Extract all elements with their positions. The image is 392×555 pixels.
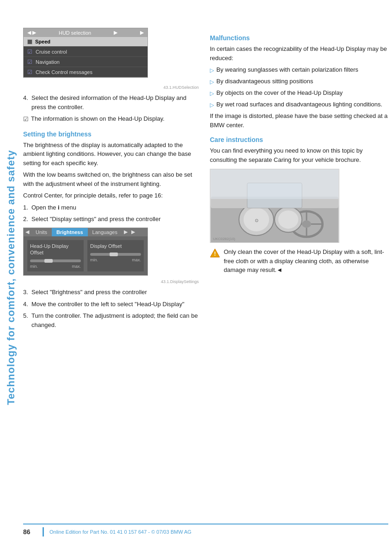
bullet-text-3: By objects on the cover of the Head-Up D…	[216, 88, 343, 98]
setting-brightness-heading: Setting the brightness	[23, 130, 199, 138]
slider-display-thumb[interactable]	[110, 253, 118, 256]
bullet-4: ▷ By wet road surfaces and disadvantageo…	[210, 100, 388, 109]
brightness-para-3: Control Center, for principle details, r…	[23, 191, 199, 200]
sidebar-label: Technology for comfort, convenience and …	[5, 150, 17, 405]
hud-header-title: HUD selection	[59, 30, 91, 36]
hud-label-cruise: Cruise control	[36, 49, 67, 55]
step-4: 4. Select the desired information of the…	[23, 93, 199, 111]
bullet-arrow-1: ▷	[210, 66, 214, 74]
bullet-1: ▷ By wearing sunglasses with certain pol…	[210, 65, 388, 74]
step-4-num: 4.	[23, 93, 31, 111]
hud-row-cruise: ☑ Cruise control	[24, 47, 147, 57]
right-column: Malfunctions In certain cases the recogn…	[210, 28, 388, 332]
bullet-arrow-3: ▷	[210, 89, 214, 98]
display-body: Head-Up Display Offset min. max. Display…	[24, 236, 147, 276]
display-col-hud: Head-Up Display Offset min. max.	[27, 240, 84, 272]
hud-check-cruise: ☑	[27, 49, 33, 55]
slider-hud-track	[30, 259, 81, 262]
slider-hud-thumb[interactable]	[44, 259, 53, 263]
step-4b: 4. Move the controller to the left to se…	[23, 300, 199, 309]
slider-hud-min: min.	[30, 264, 38, 269]
main-content: ◀ ▶ HUD selection ▶ ▶ Speed ☑ Cruise con…	[23, 28, 388, 527]
tab-menu-icon: ▶	[129, 228, 137, 236]
step-2-num: 2.	[23, 215, 31, 224]
hud-screen-note: 43.1.HUDSelection	[23, 85, 199, 90]
svg-text:⊙: ⊙	[255, 218, 258, 223]
tab-units[interactable]: Units	[31, 228, 52, 236]
hud-header-left-arrow: ◀ ▶	[27, 30, 36, 36]
step-5-text: Turn the controller. The adjustment is a…	[31, 311, 199, 329]
display-screen: ◀ Units Brightness Languages ▶ ▶ Head-Up…	[23, 228, 148, 276]
step-3: 3. Select "Brightness" and press the con…	[23, 288, 199, 297]
bullet-text-1: By wearing sunglasses with certain polar…	[216, 65, 358, 74]
bullet-2: ▷ By disadvantageous sitting positions	[210, 77, 388, 86]
tab-languages[interactable]: Languages	[88, 228, 122, 236]
tab-left-arrow: ◀	[24, 228, 31, 236]
warning-triangle-icon: !	[210, 248, 220, 258]
care-heading: Care instructions	[210, 136, 388, 143]
slider-display-min: min.	[90, 258, 98, 262]
svg-text:!: !	[214, 251, 216, 257]
distorted-text: If the image is distorted, please have t…	[210, 111, 388, 130]
note-text: The information is shown on the Head-Up …	[31, 114, 165, 123]
step-4b-num: 4.	[23, 300, 31, 309]
brightness-para-1: The brightness of the display is automat…	[23, 141, 199, 168]
svg-rect-15	[211, 169, 339, 199]
warning-box: ! Only clean the cover of the Head-Up Di…	[210, 247, 388, 275]
hud-row-speed: Speed	[24, 37, 147, 47]
hud-checkbox-speed	[27, 39, 32, 44]
step-5: 5. Turn the controller. The adjustment i…	[23, 311, 199, 329]
malfunctions-intro: In certain cases the recognizability of …	[210, 44, 388, 62]
bullet-text-2: By disadvantageous sitting positions	[216, 77, 313, 86]
step-1-text: Open the i menu	[31, 203, 76, 212]
left-column: ◀ ▶ HUD selection ▶ ▶ Speed ☑ Cruise con…	[23, 28, 199, 332]
hud-label-navigation: Navigation	[36, 59, 60, 65]
slider-display-track	[90, 253, 141, 256]
checkmark-icon: ☑	[23, 115, 29, 124]
svg-text:UKC0282(10): UKC0282(10)	[213, 237, 236, 241]
svg-point-12	[278, 210, 298, 229]
hud-row-navigation: ☑ Navigation	[24, 57, 147, 67]
brightness-para-2: With the low beams switched on, the brig…	[23, 170, 199, 188]
slider-display-max: max.	[132, 258, 141, 262]
slider-display-labels: min. max.	[90, 258, 141, 262]
step-2-text: Select "Display settings" and press the …	[31, 215, 160, 224]
hud-header-icon: ▶	[140, 30, 144, 36]
footer-info: Online Edition for Part No. 01 41 0 157 …	[49, 529, 191, 535]
tab-right-arrow: ▶	[122, 228, 129, 236]
step-4-text: Select the desired information of the He…	[31, 93, 199, 111]
svg-point-3	[302, 221, 311, 228]
hud-screen: ◀ ▶ HUD selection ▶ ▶ Speed ☑ Cruise con…	[23, 28, 148, 78]
display-col-display: Display Offset min. max.	[87, 240, 144, 272]
display-screen-note: 43.1.DisplaySettings	[23, 279, 199, 284]
step-1: 1. Open the i menu	[23, 203, 199, 212]
slider-hud-max: max.	[72, 264, 81, 269]
hud-screen-header: ◀ ▶ HUD selection ▶ ▶	[24, 28, 147, 37]
slider-hud-labels: min. max.	[30, 264, 81, 269]
bullet-3: ▷ By objects on the cover of the Head-Up…	[210, 88, 388, 98]
sidebar: Technology for comfort, convenience and …	[0, 0, 22, 555]
step-2: 2. Select "Display settings" and press t…	[23, 215, 199, 224]
display-col-hud-title: Head-Up Display Offset	[30, 243, 81, 256]
step-3-text: Select "Brightness" and press the contro…	[31, 288, 147, 297]
tab-brightness[interactable]: Brightness	[52, 228, 87, 236]
hud-check-control: ☑	[27, 69, 33, 75]
hud-label-speed: Speed	[35, 39, 50, 44]
malfunctions-heading: Malfunctions	[210, 34, 388, 42]
hud-row-control: ☑ Check Control messages	[24, 67, 147, 77]
hud-check-navigation: ☑	[27, 59, 33, 65]
step-3-num: 3.	[23, 288, 31, 297]
hud-header-right-arrow: ▶	[114, 30, 117, 36]
car-dashboard-image: ⊙ UKC0282(10)	[210, 169, 339, 243]
step-1-num: 1.	[23, 203, 31, 212]
warning-text: Only clean the cover of the Head-Up Disp…	[224, 247, 388, 275]
footer-page-number: 86	[23, 528, 37, 536]
hud-screen-body: Speed ☑ Cruise control ☑ Navigation ☑ Ch…	[24, 37, 147, 77]
step-4b-text: Move the controller to the left to selec…	[31, 300, 184, 309]
display-tabs: ◀ Units Brightness Languages ▶ ▶	[24, 228, 147, 236]
hud-label-control: Check Control messages	[36, 69, 92, 75]
bullet-arrow-4: ▷	[210, 101, 214, 109]
footer-divider	[43, 527, 44, 536]
columns-layout: ◀ ▶ HUD selection ▶ ▶ Speed ☑ Cruise con…	[23, 28, 388, 332]
display-col-display-title: Display Offset	[90, 243, 141, 249]
